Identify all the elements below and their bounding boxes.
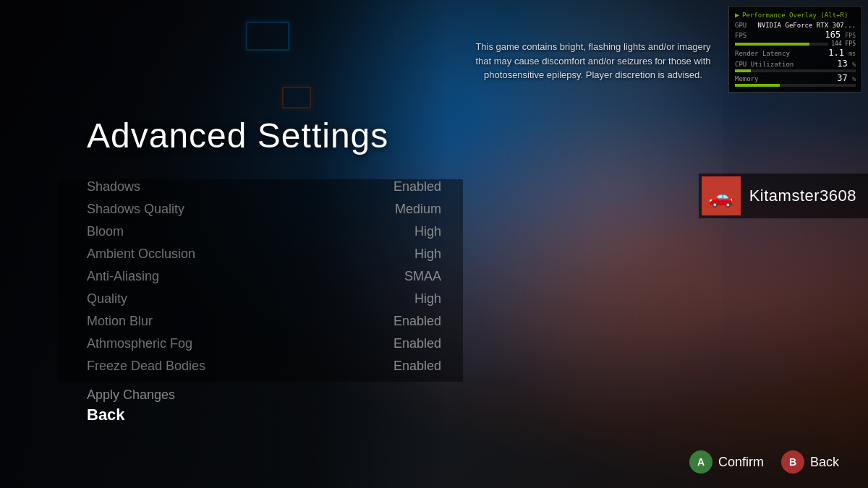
cpu-value-group: 13 % bbox=[837, 59, 856, 69]
fps-value-group: 165 FPS bbox=[825, 30, 856, 40]
mem-label: Memory bbox=[735, 75, 759, 82]
mem-value-group: 37 % bbox=[837, 73, 856, 83]
back-controller-label: Back bbox=[810, 455, 839, 470]
cpu-bar-row bbox=[735, 69, 856, 72]
perf-header-label: Performance Overlay (Alt+R) bbox=[742, 12, 848, 19]
cpu-label: CPU Utilization bbox=[735, 61, 793, 68]
gpu-value: NVIDIA GeForce RTX 307... bbox=[758, 22, 856, 29]
back-controller-button[interactable]: B Back bbox=[781, 450, 839, 474]
cpu-unit: % bbox=[852, 61, 856, 68]
avatar-icon: 🚗 bbox=[708, 184, 733, 208]
latency-unit: ms bbox=[848, 51, 856, 57]
b-button-icon: B bbox=[781, 450, 804, 474]
back-button[interactable]: Back bbox=[87, 406, 434, 424]
controller-buttons: A Confirm B Back bbox=[689, 450, 839, 474]
player-name: Kitamster3608 bbox=[749, 187, 856, 205]
player-profile: 🚗 Kitamster3608 bbox=[699, 174, 868, 218]
page-title: Advanced Settings bbox=[87, 116, 434, 155]
performance-overlay: ▶ Performance Overlay (Alt+R) GPU NVIDIA… bbox=[728, 6, 862, 93]
fps-bar-fill bbox=[735, 43, 809, 46]
cpu-value: 13 bbox=[837, 59, 847, 69]
fps-value: 165 bbox=[825, 30, 841, 40]
gpu-row: GPU NVIDIA GeForce RTX 307... bbox=[735, 22, 856, 29]
avatar: 🚗 bbox=[702, 176, 741, 215]
latency-value-group: 1.1 ms bbox=[828, 48, 856, 58]
mem-value: 37 bbox=[837, 73, 847, 83]
cpu-bar-bg bbox=[735, 69, 856, 72]
mem-bar-row bbox=[735, 84, 856, 87]
fps-unit: FPS bbox=[846, 33, 856, 39]
fps-label: FPS bbox=[735, 32, 746, 39]
latency-value: 1.1 bbox=[828, 48, 844, 58]
confirm-label: Confirm bbox=[718, 455, 764, 470]
mem-unit: % bbox=[852, 76, 856, 82]
apply-changes-button[interactable]: Apply Changes bbox=[87, 388, 434, 403]
settings-bg bbox=[58, 179, 463, 382]
fps-target: 144 FPS bbox=[831, 40, 856, 47]
fps-bar-row: 144 FPS bbox=[735, 40, 856, 47]
warning-text: This game contains bright, flashing ligh… bbox=[475, 41, 710, 80]
cpu-row: CPU Utilization 13 % bbox=[735, 59, 856, 69]
perf-header: ▶ Performance Overlay (Alt+R) bbox=[735, 11, 856, 19]
cpu-bar-fill bbox=[735, 69, 751, 72]
confirm-button[interactable]: A Confirm bbox=[689, 450, 764, 474]
mem-bar-fill bbox=[735, 84, 780, 87]
latency-row: Render Latency 1.1 ms bbox=[735, 48, 856, 58]
gpu-label: GPU bbox=[735, 22, 746, 29]
mem-row: Memory 37 % bbox=[735, 73, 856, 83]
mem-bar-bg bbox=[735, 84, 856, 87]
fps-row: FPS 165 FPS bbox=[735, 30, 856, 40]
warning-overlay: This game contains bright, flashing ligh… bbox=[470, 40, 716, 82]
fps-bar-bg bbox=[735, 43, 828, 46]
a-button-icon: A bbox=[689, 450, 712, 474]
latency-label: Render Latency bbox=[735, 50, 790, 57]
